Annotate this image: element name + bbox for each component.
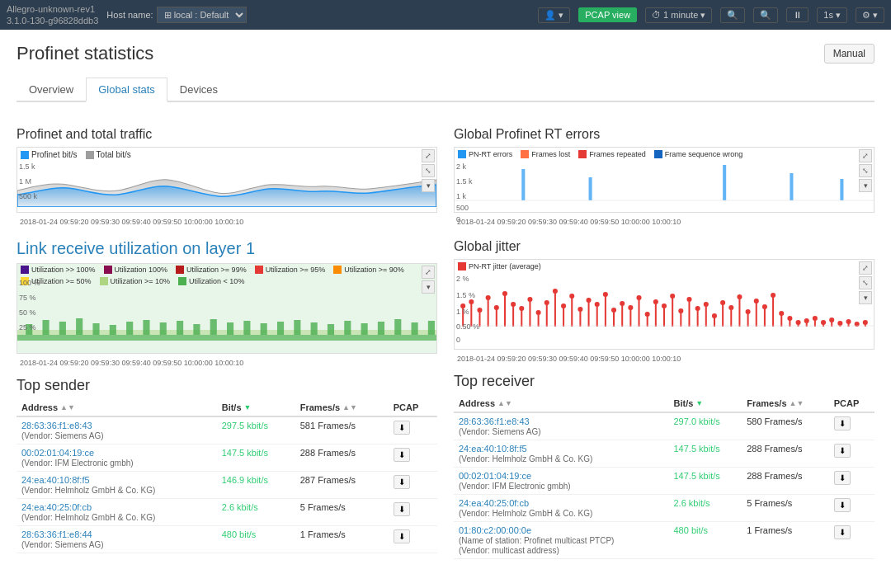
top-sender-title: Top sender	[16, 377, 437, 394]
pcap-view-button[interactable]: PCAP view	[578, 7, 637, 22]
sender-frames-3: 5 Frames/s	[295, 499, 389, 526]
receiver-mac-link-2[interactable]: 00:02:01:04:19:ce	[459, 471, 531, 481]
receiver-pcap-4[interactable]: ⬇	[834, 525, 851, 539]
pause-button[interactable]: ⏸	[786, 7, 808, 22]
col-bitrate-sender: Bit/s ▼	[217, 399, 295, 416]
receiver-frames-1: 288 Frames/s	[742, 440, 828, 468]
receiver-bitrate-0: 297.0 kbit/s	[668, 412, 742, 440]
sender-mac-link-4[interactable]: 28:63:36:f1:e8:44	[21, 529, 92, 539]
svg-point-95	[721, 301, 724, 304]
legend-util-50-label: Utilization >= 50%	[31, 277, 92, 285]
svg-rect-5	[92, 323, 99, 335]
settings-button[interactable]: ⚙ ▾	[856, 7, 884, 23]
receiver-mac-link-1[interactable]: 24:ea:40:10:8f:f5	[459, 444, 527, 454]
receiver-bitrate-1: 147.5 kbit/s	[668, 440, 742, 468]
receiver-mac-link-3[interactable]: 24:ea:40:25:0f:cb	[459, 498, 529, 508]
receiver-pcap-1[interactable]: ⬇	[834, 444, 851, 458]
tab-devices[interactable]: Devices	[167, 78, 230, 102]
resize-icon[interactable]: ⤡	[422, 164, 435, 177]
sender-vendor-2: (Vendor: Helmholz GmbH & Co. KG)	[21, 486, 155, 495]
sender-mac-link-0[interactable]: 28:63:36:f1:e8:43	[21, 421, 92, 430]
jitter-chart-icons: ⤢ ⤡ ▾	[859, 261, 872, 304]
receiver-vendor4-extra: (Name of station: Profinet multicast PTC…	[459, 536, 614, 545]
tab-overview[interactable]: Overview	[16, 78, 86, 102]
sender-bitrate-0: 297.5 kbit/s	[217, 416, 295, 445]
receiver-vendor-0: (Vendor: Siemens AG)	[459, 427, 541, 436]
sender-mac-link-2[interactable]: 24:ea:40:10:8f:f5	[21, 475, 90, 485]
receiver-mac-link-4[interactable]: 01:80:c2:00:00:0e	[459, 525, 531, 535]
traffic-chart-svg	[17, 162, 436, 207]
util-expand-icon[interactable]: ⤢	[422, 266, 435, 279]
legend-profinet-label: Profinet bit/s	[31, 150, 78, 159]
svg-rect-6	[110, 325, 116, 335]
host-selector: Host name: ⊞ local : Default	[106, 7, 246, 23]
svg-rect-7	[126, 322, 133, 335]
svg-point-111	[788, 317, 791, 320]
sender-vendor-4: (Vendor: Siemens AG)	[21, 540, 104, 549]
tab-global-stats[interactable]: Global stats	[86, 78, 167, 102]
receiver-pcap-3[interactable]: ⬇	[834, 498, 851, 512]
legend-util-100plus-color	[21, 266, 29, 274]
sender-pcap-1[interactable]: ⬇	[394, 448, 410, 462]
jitter-resize-icon[interactable]: ⤡	[859, 276, 872, 289]
legend-util-10-color	[100, 277, 108, 285]
svg-point-81	[662, 304, 666, 308]
host-dropdown[interactable]: ⊞ local : Default	[157, 7, 247, 23]
jitter-collapse-icon[interactable]: ▾	[859, 291, 872, 304]
svg-rect-25	[428, 321, 435, 335]
legend-pn-rt: PN-RT errors	[458, 150, 512, 158]
svg-point-97	[729, 306, 733, 309]
sender-mac-link-1[interactable]: 00:02:01:04:19:ce	[21, 448, 94, 458]
manual-button[interactable]: Manual	[824, 44, 874, 64]
svg-rect-21	[361, 323, 368, 335]
svg-point-129	[864, 321, 867, 324]
expand-icon[interactable]: ⤢	[422, 149, 435, 162]
zoom-in-button[interactable]: 🔍	[720, 7, 745, 23]
rt-collapse-icon[interactable]: ▾	[859, 179, 872, 192]
user-button[interactable]: 👤 ▾	[538, 7, 570, 23]
svg-point-53	[545, 301, 549, 304]
sender-frames-0: 581 Frames/s	[295, 416, 389, 445]
collapse-icon[interactable]: ▾	[422, 179, 435, 192]
utilization-chart-svg	[17, 287, 436, 341]
jitter-yaxis: 2 % 1.5 % 1 % 0.50 % 0	[456, 275, 479, 344]
svg-rect-18	[311, 322, 318, 335]
receiver-mac-link-0[interactable]: 28:63:36:f1:e8:43	[459, 416, 530, 426]
legend-profinet-color	[21, 151, 29, 159]
table-row: 24:ea:40:25:0f:cb (Vendor: Helmholz GmbH…	[16, 499, 437, 526]
utilization-xaxis: 2018-01-24 09:59:20 09:59:30 09:59:40 09…	[16, 357, 437, 369]
svg-point-83	[671, 294, 674, 298]
interval-button[interactable]: ⏱ 1 minute ▾	[645, 7, 712, 23]
receiver-pcap-2[interactable]: ⬇	[834, 471, 851, 485]
util-collapse-icon[interactable]: ▾	[422, 280, 435, 294]
traffic-chart-icons: ⤢ ⤡ ▾	[422, 149, 435, 192]
svg-point-77	[646, 313, 649, 316]
zoom-out-button[interactable]: 🔍	[753, 7, 778, 23]
legend-frames-lost: Frames lost	[521, 150, 570, 158]
jitter-expand-icon[interactable]: ⤢	[859, 261, 872, 275]
interval-seconds-button[interactable]: 1s ▾	[817, 7, 847, 23]
sender-mac-link-3[interactable]: 24:ea:40:25:0f:cb	[21, 502, 92, 512]
util-yaxis: 100 % 75 % 50 % 25 %	[19, 279, 40, 332]
col-frames-sender: Frames/s ▲▼	[295, 399, 389, 416]
legend-util-100-label: Utilization 100%	[115, 266, 168, 274]
sender-pcap-2[interactable]: ⬇	[394, 475, 410, 489]
legend-frame-seq-color	[654, 150, 662, 158]
col-bitrate-receiver: Bit/s ▼	[668, 395, 742, 412]
sender-pcap-4[interactable]: ⬇	[394, 529, 410, 543]
svg-point-41	[495, 306, 498, 309]
legend-frames-repeated: Frames repeated	[578, 150, 646, 158]
svg-point-119	[822, 321, 825, 324]
receiver-pcap-0[interactable]: ⬇	[834, 416, 851, 430]
rt-expand-icon[interactable]: ⤢	[859, 149, 872, 162]
table-row: 28:63:36:f1:e8:44 (Vendor: Siemens AG) 4…	[16, 526, 437, 553]
svg-rect-27	[589, 177, 592, 200]
svg-point-69	[612, 308, 615, 312]
sender-pcap-0[interactable]: ⬇	[394, 421, 410, 435]
rt-resize-icon[interactable]: ⤡	[859, 164, 872, 177]
svg-point-103	[755, 299, 758, 303]
legend-util-90: Utilization >= 90%	[333, 266, 404, 274]
legend-util-100-color	[104, 266, 112, 274]
sender-pcap-3[interactable]: ⬇	[394, 502, 410, 516]
svg-point-89	[696, 307, 700, 310]
